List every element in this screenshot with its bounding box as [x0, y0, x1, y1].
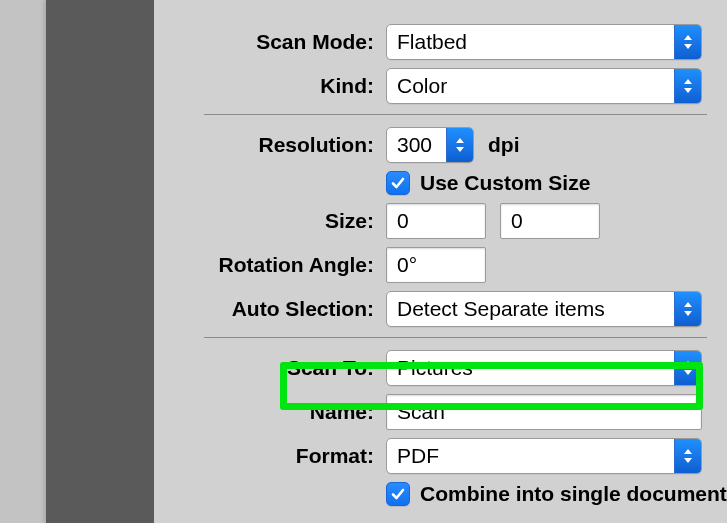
kind-label: Kind:: [154, 74, 386, 98]
scan-to-label: Scan To:: [154, 356, 386, 380]
auto-selection-value: Detect Separate items: [387, 297, 674, 321]
scan-settings-form: Scan Mode: Flatbed Kind: Color Resolutio…: [154, 0, 727, 523]
scan-to-value: Pictures: [387, 356, 674, 380]
row-custom-size: Use Custom Size: [154, 167, 727, 199]
updown-arrows-icon: [674, 439, 701, 473]
row-scan-to: Scan To: Pictures: [154, 346, 727, 390]
format-select[interactable]: PDF: [386, 438, 702, 474]
kind-select[interactable]: Color: [386, 68, 702, 104]
combine-label: Combine into single document: [420, 482, 727, 506]
checkbox-box: [386, 171, 410, 195]
format-value: PDF: [387, 444, 674, 468]
format-label: Format:: [154, 444, 386, 468]
auto-selection-label: Auto Slection:: [154, 297, 386, 321]
row-name: Name:: [154, 390, 727, 434]
row-kind: Kind: Color: [154, 64, 727, 108]
resolution-value: 300: [387, 133, 446, 157]
scan-to-select[interactable]: Pictures: [386, 350, 702, 386]
scan-mode-label: Scan Mode:: [154, 30, 386, 54]
scan-mode-select[interactable]: Flatbed: [386, 24, 702, 60]
row-resolution: Resolution: 300 dpi: [154, 123, 727, 167]
combine-checkbox[interactable]: Combine into single document: [386, 482, 727, 506]
resolution-select[interactable]: 300: [386, 127, 474, 163]
rotation-input[interactable]: [386, 247, 486, 283]
auto-selection-select[interactable]: Detect Separate items: [386, 291, 702, 327]
updown-arrows-icon: [446, 128, 473, 162]
custom-size-checkbox[interactable]: Use Custom Size: [386, 171, 590, 195]
kind-value: Color: [387, 74, 674, 98]
resolution-unit: dpi: [488, 133, 520, 157]
updown-arrows-icon: [674, 69, 701, 103]
updown-arrows-icon: [674, 351, 701, 385]
updown-arrows-icon: [674, 292, 701, 326]
size-height-input[interactable]: [500, 203, 600, 239]
row-size: Size:: [154, 199, 727, 243]
updown-arrows-icon: [674, 25, 701, 59]
scan-mode-value: Flatbed: [387, 30, 674, 54]
checkbox-box: [386, 482, 410, 506]
row-format: Format: PDF: [154, 434, 727, 478]
row-scan-mode: Scan Mode: Flatbed: [154, 20, 727, 64]
divider: [204, 114, 707, 115]
row-combine: Combine into single document: [154, 478, 727, 510]
size-width-input[interactable]: [386, 203, 486, 239]
custom-size-label: Use Custom Size: [420, 171, 590, 195]
resolution-label: Resolution:: [154, 133, 386, 157]
row-rotation: Rotation Angle:: [154, 243, 727, 287]
divider: [204, 337, 707, 338]
rotation-label: Rotation Angle:: [154, 253, 386, 277]
name-input[interactable]: [386, 394, 702, 430]
size-label: Size:: [154, 209, 386, 233]
row-auto-selection: Auto Slection: Detect Separate items: [154, 287, 727, 331]
sidebar: [46, 0, 154, 523]
name-label: Name:: [154, 400, 386, 424]
